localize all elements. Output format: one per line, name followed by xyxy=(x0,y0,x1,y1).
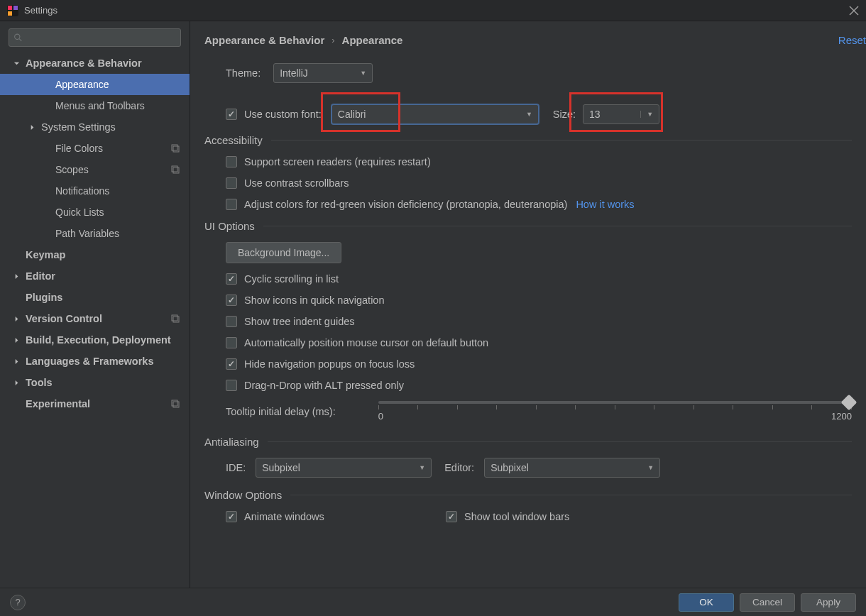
cyclic-scroll-checkbox[interactable] xyxy=(226,273,237,285)
sidebar-item-system-settings[interactable]: System Settings xyxy=(0,116,190,138)
breadcrumb: Appearance & Behavior › Appearance xyxy=(204,34,866,46)
settings-sidebar: Appearance & BehaviorAppearanceMenus and… xyxy=(0,21,190,588)
use-custom-font-checkbox[interactable] xyxy=(226,109,237,120)
aa-ide-value: Subpixel xyxy=(262,462,300,473)
settings-content: Appearance & Behavior › Appearance Reset… xyxy=(190,21,866,588)
svg-rect-9 xyxy=(173,146,179,152)
use-custom-font-label: Use custom font: xyxy=(244,109,322,120)
aa-editor-value: Subpixel xyxy=(490,462,529,473)
sidebar-item-editor[interactable]: Editor xyxy=(0,265,190,287)
accessibility-head: Accessibility xyxy=(204,134,263,146)
breadcrumb-page: Appearance xyxy=(342,34,403,46)
tooltip-max: 1200 xyxy=(831,411,852,422)
sidebar-item-languages-frameworks[interactable]: Languages & Frameworks xyxy=(0,351,190,372)
sidebar-item-notifications[interactable]: Notifications xyxy=(0,180,190,202)
sidebar-item-keymap[interactable]: Keymap xyxy=(0,244,190,265)
sidebar-item-menus-and-toolbars[interactable]: Menus and Toolbars xyxy=(0,95,190,116)
svg-rect-2 xyxy=(13,6,18,10)
background-image-button[interactable]: Background Image... xyxy=(226,242,341,263)
svg-rect-13 xyxy=(173,317,179,322)
drag-alt-checkbox[interactable] xyxy=(226,380,237,391)
aa-editor-label: Editor: xyxy=(444,462,474,473)
screen-readers-label: Support screen readers (requires restart… xyxy=(244,156,431,167)
svg-rect-15 xyxy=(173,402,179,407)
dialog-footer: ? OK Cancel Apply xyxy=(0,588,866,616)
antialiasing-head: Antialiasing xyxy=(204,436,259,448)
font-value: Calibri xyxy=(338,109,366,120)
sidebar-item-scopes[interactable]: Scopes xyxy=(0,159,190,180)
sidebar-item-version-control[interactable]: Version Control xyxy=(0,308,190,329)
svg-line-7 xyxy=(19,39,21,41)
svg-rect-10 xyxy=(172,166,177,172)
font-select[interactable]: Calibri ▼ xyxy=(331,104,539,124)
tooltip-delay-label: Tooltip initial delay (ms): xyxy=(226,406,336,417)
sidebar-item-experimental[interactable]: Experimental xyxy=(0,393,190,414)
ui-options-head: UI Options xyxy=(204,220,255,232)
tooltip-delay-slider[interactable]: 0 1200 xyxy=(378,401,852,422)
contrast-scrollbars-label: Use contrast scrollbars xyxy=(244,177,349,189)
breadcrumb-group: Appearance & Behavior xyxy=(204,34,324,46)
icons-quicknav-label: Show icons in quick navigation xyxy=(244,295,384,306)
aa-ide-label: IDE: xyxy=(226,462,246,473)
auto-cursor-label: Automatically position mouse cursor on d… xyxy=(244,337,488,348)
auto-cursor-checkbox[interactable] xyxy=(226,337,237,348)
sidebar-item-file-colors[interactable]: File Colors xyxy=(0,138,190,159)
cancel-button[interactable]: Cancel xyxy=(740,593,795,612)
svg-rect-1 xyxy=(8,6,12,10)
hide-nav-checkbox[interactable] xyxy=(226,358,237,370)
search-field[interactable] xyxy=(9,28,181,47)
sidebar-item-appearance-behavior[interactable]: Appearance & Behavior xyxy=(0,53,190,74)
svg-rect-8 xyxy=(172,145,177,150)
hide-nav-label: Hide navigation popups on focus loss xyxy=(244,358,415,370)
sidebar-item-quick-lists[interactable]: Quick Lists xyxy=(0,202,190,223)
show-tool-bars-checkbox[interactable] xyxy=(446,511,457,522)
screen-readers-checkbox[interactable] xyxy=(226,156,237,167)
chevron-down-icon: ▼ xyxy=(647,464,654,471)
theme-select[interactable]: IntelliJ ▼ xyxy=(273,63,373,83)
color-blind-checkbox[interactable] xyxy=(226,199,237,210)
how-it-works-link[interactable]: How it works xyxy=(576,199,634,210)
svg-rect-3 xyxy=(8,11,12,16)
animate-windows-label: Animate windows xyxy=(244,511,324,522)
search-input[interactable] xyxy=(26,33,176,43)
sidebar-item-plugins[interactable]: Plugins xyxy=(0,287,190,308)
font-size-value: 13 xyxy=(589,109,601,120)
tooltip-min: 0 xyxy=(378,411,383,422)
chevron-down-icon: ▼ xyxy=(419,464,425,471)
aa-editor-select[interactable]: Subpixel▼ xyxy=(484,458,660,478)
icons-quicknav-checkbox[interactable] xyxy=(226,295,237,306)
drag-alt-label: Drag-n-Drop with ALT pressed only xyxy=(244,380,404,391)
svg-rect-14 xyxy=(172,400,177,406)
sidebar-item-appearance[interactable]: Appearance xyxy=(0,74,190,95)
sidebar-item-build-execution-deployment[interactable]: Build, Execution, Deployment xyxy=(0,329,190,351)
show-tool-bars-label: Show tool window bars xyxy=(464,511,569,522)
font-size-label: Size: xyxy=(553,109,576,120)
svg-rect-11 xyxy=(173,167,179,173)
chevron-down-icon: ▼ xyxy=(526,111,532,118)
help-button[interactable]: ? xyxy=(10,595,26,610)
close-icon[interactable] xyxy=(849,6,859,16)
svg-point-6 xyxy=(15,34,20,39)
animate-windows-checkbox[interactable] xyxy=(226,511,237,522)
contrast-scrollbars-checkbox[interactable] xyxy=(226,177,237,189)
chevron-down-icon: ▼ xyxy=(640,111,653,118)
search-icon xyxy=(13,33,23,43)
sidebar-item-tools[interactable]: Tools xyxy=(0,372,190,393)
color-blind-label: Adjust colors for red-green vision defic… xyxy=(244,199,567,210)
title-bar: Settings xyxy=(0,0,866,21)
apply-button[interactable]: Apply xyxy=(801,593,856,612)
tree-indent-label: Show tree indent guides xyxy=(244,316,355,327)
font-size-select[interactable]: 13 ▼ xyxy=(583,104,659,124)
sidebar-item-path-variables[interactable]: Path Variables xyxy=(0,223,190,244)
chevron-down-icon: ▼ xyxy=(360,70,366,77)
aa-ide-select[interactable]: Subpixel▼ xyxy=(256,458,432,478)
tree-indent-checkbox[interactable] xyxy=(226,316,237,327)
ok-button[interactable]: OK xyxy=(679,593,734,612)
theme-value: IntelliJ xyxy=(280,67,308,79)
app-logo-icon xyxy=(7,5,18,16)
theme-label: Theme: xyxy=(226,67,261,79)
window-options-head: Window Options xyxy=(204,489,282,501)
cyclic-scroll-label: Cyclic scrolling in list xyxy=(244,273,339,285)
reset-link[interactable]: Reset xyxy=(838,34,866,46)
window-title: Settings xyxy=(24,5,57,16)
